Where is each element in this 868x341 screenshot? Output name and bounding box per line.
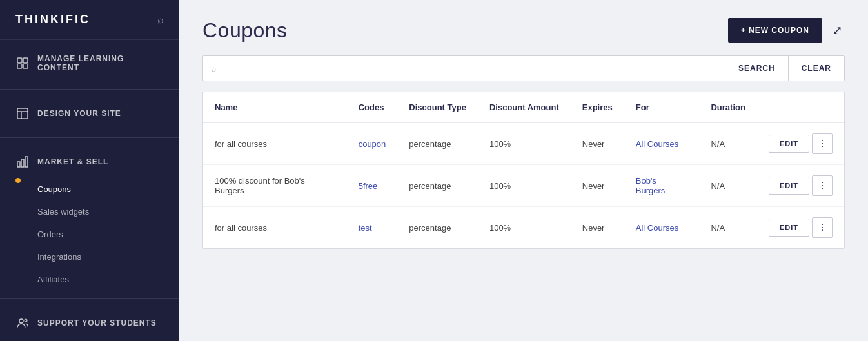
svg-rect-0 (17, 58, 22, 63)
row1-name: for all courses (203, 123, 347, 165)
row3-discount-type: percentage (397, 207, 478, 249)
svg-rect-3 (23, 64, 28, 68)
clear-button[interactable]: CLEAR (788, 56, 844, 81)
row1-more-button[interactable]: ︙ (812, 133, 833, 154)
row2-duration: N/A (699, 165, 756, 207)
new-coupon-button[interactable]: + NEW COUPON (728, 18, 822, 43)
more-icon: ︙ (818, 139, 827, 149)
logo-text: THINKIFIC (15, 13, 90, 26)
header-actions: + NEW COUPON ⤢ (728, 18, 845, 43)
row1-discount-type: percentage (397, 123, 478, 165)
table-row: for all courses coupon percentage 100% N… (203, 123, 844, 165)
row1-expires: Never (571, 123, 624, 165)
sidebar-subitem-sales-widgets[interactable]: Sales widgets (0, 200, 179, 223)
expand-icon: ⤢ (833, 24, 842, 37)
sidebar-section-design: DESIGN YOUR SITE (0, 92, 179, 135)
sidebar-subitem-orders[interactable]: Orders (0, 223, 179, 246)
sidebar-search-icon[interactable]: ⌕ (157, 14, 164, 26)
sidebar-subitem-affiliates-wrapper: Affiliates (0, 268, 179, 291)
svg-rect-7 (17, 162, 20, 167)
expand-button[interactable]: ⤢ (830, 21, 845, 40)
coupons-table: Name Codes Discount Type Discount Amount… (203, 92, 844, 248)
sidebar-subitem-affiliates[interactable]: Affiliates (0, 268, 179, 291)
table-row: for all courses test percentage 100% Nev… (203, 207, 844, 249)
row1-for[interactable]: All Courses (624, 123, 700, 165)
col-header-duration: Duration (699, 92, 756, 123)
row3-more-button[interactable]: ︙ (812, 217, 833, 238)
col-header-actions (757, 92, 844, 123)
sidebar-subitem-integrations-wrapper: Integrations (0, 246, 179, 268)
sidebar-subitem-sales-widgets-wrapper: Sales widgets (0, 200, 179, 223)
search-icon: ⌕ (211, 63, 216, 73)
svg-rect-8 (21, 159, 24, 167)
col-header-expires: Expires (571, 92, 624, 123)
svg-rect-2 (17, 64, 22, 68)
chart-icon (15, 155, 30, 169)
search-input[interactable] (222, 57, 717, 80)
svg-point-10 (19, 319, 23, 323)
row1-codes: coupon (347, 123, 398, 165)
main-content-area: Coupons + NEW COUPON ⤢ ⌕ SEARCH CLEAR Na… (179, 0, 868, 341)
svg-point-11 (25, 319, 27, 322)
row1-edit-button[interactable]: EDIT (769, 135, 809, 153)
row1-discount-amount: 100% (478, 123, 571, 165)
sidebar-item-design-site[interactable]: DESIGN YOUR SITE (0, 97, 179, 130)
table-header-row: Name Codes Discount Type Discount Amount… (203, 92, 844, 123)
row2-discount-amount: 100% (478, 165, 571, 207)
coupons-table-container: Name Codes Discount Type Discount Amount… (202, 92, 845, 249)
sidebar-subitem-orders-wrapper: Orders (0, 223, 179, 246)
sidebar-section-support: SUPPORT YOUR STUDENTS (0, 302, 179, 341)
sidebar-item-market-sell[interactable]: MARKET & SELL (0, 146, 179, 178)
row3-actions: EDIT ︙ (757, 207, 844, 249)
col-header-discount-type: Discount Type (397, 92, 478, 123)
row3-name: for all courses (203, 207, 347, 249)
row2-expires: Never (571, 165, 624, 207)
row2-for[interactable]: Bob's Burgers (624, 165, 700, 207)
col-header-codes: Codes (347, 92, 398, 123)
sidebar-subitem-coupons-wrapper: Coupons (0, 178, 179, 200)
sidebar-item-manage-learning-label: MANAGE LEARNING CONTENT (37, 54, 164, 72)
row3-for[interactable]: All Courses (624, 207, 700, 249)
sidebar-logo: THINKIFIC ⌕ (0, 0, 179, 40)
sidebar-item-market-sell-label: MARKET & SELL (37, 157, 108, 166)
search-input-wrapper: ⌕ (203, 57, 725, 80)
row1-duration: N/A (699, 123, 756, 165)
table-row: 100% discount for Bob's Burgers 5free pe… (203, 165, 844, 207)
row2-edit-button[interactable]: EDIT (769, 177, 809, 195)
row3-expires: Never (571, 207, 624, 249)
more-icon: ︙ (818, 222, 827, 233)
row2-more-button[interactable]: ︙ (812, 175, 833, 196)
more-icon: ︙ (818, 180, 827, 191)
sidebar-subitem-integrations[interactable]: Integrations (0, 246, 179, 268)
row3-codes: test (347, 207, 398, 249)
row3-duration: N/A (699, 207, 756, 249)
sidebar-item-manage-learning[interactable]: MANAGE LEARNING CONTENT (0, 45, 179, 81)
search-button[interactable]: SEARCH (725, 56, 788, 81)
svg-rect-4 (17, 108, 28, 119)
sidebar-subitem-coupons[interactable]: Coupons (0, 178, 179, 200)
col-header-name: Name (203, 92, 347, 123)
layout-icon (15, 106, 30, 121)
sidebar-section-market: MARKET & SELL Coupons Sales widgets Orde… (0, 141, 179, 296)
search-bar: ⌕ SEARCH CLEAR (202, 55, 845, 81)
row2-discount-type: percentage (397, 165, 478, 207)
main-content: ⌕ SEARCH CLEAR Name Codes Discount Type … (179, 55, 868, 341)
page-title: Coupons (202, 19, 288, 43)
sidebar: THINKIFIC ⌕ MANAGE LEARNING CONTENT (0, 0, 179, 341)
row2-actions: EDIT ︙ (757, 165, 844, 207)
col-header-for: For (624, 92, 700, 123)
row2-codes: 5free (347, 165, 398, 207)
users-icon (15, 316, 30, 330)
sidebar-item-support-students[interactable]: SUPPORT YOUR STUDENTS (0, 307, 179, 339)
svg-rect-1 (23, 58, 28, 63)
sidebar-item-support-students-label: SUPPORT YOUR STUDENTS (37, 318, 157, 327)
grid-icon (15, 56, 30, 70)
main-header: Coupons + NEW COUPON ⤢ (179, 0, 868, 55)
row3-edit-button[interactable]: EDIT (769, 219, 809, 237)
svg-rect-9 (25, 157, 28, 167)
active-indicator (15, 178, 21, 183)
sidebar-item-design-site-label: DESIGN YOUR SITE (37, 109, 121, 118)
row1-actions: EDIT ︙ (757, 123, 844, 165)
col-header-discount-amount: Discount Amount (478, 92, 571, 123)
sidebar-section-manage: MANAGE LEARNING CONTENT (0, 40, 179, 86)
